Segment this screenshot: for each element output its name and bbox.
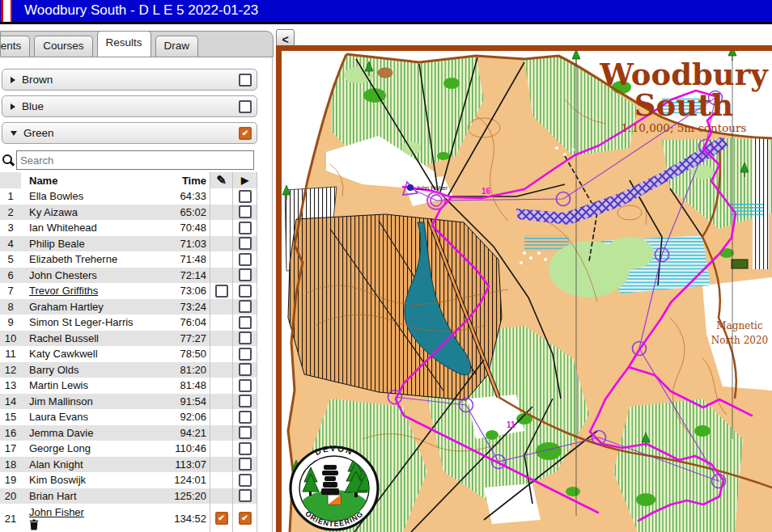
control-number-11: 11 xyxy=(507,420,515,429)
table-row: 7 Trevor Griffiths 73:06 xyxy=(0,283,257,299)
header-name: Name xyxy=(21,172,172,188)
row-replay-checkbox[interactable] xyxy=(239,474,252,487)
row-replay-checkbox[interactable] xyxy=(239,348,252,361)
tab-draw[interactable]: Draw xyxy=(155,36,199,57)
table-row: 16 Jemma Davie 94:21 xyxy=(0,425,257,441)
row-name[interactable]: John Fisher xyxy=(29,506,172,518)
tab-results[interactable]: Results xyxy=(97,31,151,57)
row-replay-checkbox[interactable] xyxy=(239,411,252,424)
row-replay-checkbox[interactable] xyxy=(239,285,252,298)
chevron-down-icon xyxy=(11,131,17,136)
row-replay-checkbox[interactable] xyxy=(239,442,252,455)
row-replay-checkbox[interactable] xyxy=(239,379,252,392)
table-row: 2 Ky Aizawa 65:02 xyxy=(0,205,257,221)
tab-courses[interactable]: Courses xyxy=(34,36,92,57)
row-edit-checkbox[interactable] xyxy=(215,285,228,298)
row-time: 110:46 xyxy=(172,442,210,454)
row-pos: 13 xyxy=(0,378,21,394)
row-name[interactable]: Trevor Griffiths xyxy=(29,285,172,297)
section-header-green[interactable]: Green xyxy=(2,122,257,144)
row-replay-checkbox[interactable] xyxy=(239,253,252,266)
map-frame-left xyxy=(276,45,282,532)
svg-text:Magnetic: Magnetic xyxy=(716,320,763,331)
results-table: Name Time ✎ ▶ 1 Ella Bowles 64:33 2 Ky A… xyxy=(0,172,257,532)
table-row: 13 Martin Lewis 81:48 xyxy=(0,378,257,394)
page-title: Woodbury South - D L E 5 2022-01-23 xyxy=(24,2,258,19)
row-time: 81:20 xyxy=(172,364,210,376)
row-pos: 15 xyxy=(0,409,21,425)
row-pos: 20 xyxy=(0,488,21,505)
row-replay-checkbox[interactable] xyxy=(239,426,252,439)
map-canvas[interactable]: 16 11 John Fisher Woodbury South 1:10,00… xyxy=(282,51,772,532)
row-name: Jim Mallinson xyxy=(29,395,172,407)
table-row: 20 Brian Hart 125:20 xyxy=(0,488,257,505)
search-input[interactable] xyxy=(16,150,254,170)
row-pos: 17 xyxy=(0,441,21,457)
search-icon xyxy=(2,154,12,164)
table-row: 5 Elizabeth Treherne 71:48 xyxy=(0,251,257,268)
row-replay-checkbox[interactable] xyxy=(239,363,252,376)
row-name: Ky Aizawa xyxy=(29,206,172,218)
row-replay-checkbox[interactable] xyxy=(239,458,252,471)
row-replay-checkbox[interactable] xyxy=(239,512,252,525)
row-time: 78:50 xyxy=(172,348,210,360)
runner-position-dot xyxy=(407,184,414,191)
row-name: Brian Hart xyxy=(29,490,172,502)
row-name: Rachel Bussell xyxy=(29,332,172,344)
row-replay-checkbox[interactable] xyxy=(239,222,252,234)
row-replay-checkbox[interactable] xyxy=(239,489,252,502)
section-checkbox[interactable] xyxy=(239,100,252,113)
section-checkbox[interactable] xyxy=(239,127,252,140)
row-time: 81:48 xyxy=(172,379,210,391)
row-replay-checkbox[interactable] xyxy=(239,268,252,281)
row-name: Ella Bowles xyxy=(29,190,172,202)
section-header-blue[interactable]: Blue xyxy=(2,95,257,117)
tab-strip: Events Courses Results Draw xyxy=(0,31,274,57)
section-checkbox[interactable] xyxy=(239,74,252,87)
row-replay-checkbox[interactable] xyxy=(239,300,252,313)
row-pos: 10 xyxy=(0,331,21,347)
svg-text:North 2020: North 2020 xyxy=(711,335,768,346)
row-pos: 16 xyxy=(0,425,21,441)
header-replay: ▶ xyxy=(232,172,257,188)
row-time: 134:52 xyxy=(172,513,210,525)
row-name: Jemma Davie xyxy=(29,427,172,439)
table-row: 10 Rachel Bussell 77:27 xyxy=(0,331,257,347)
title-bar: Woodbury South - D L E 5 2022-01-23 xyxy=(0,0,772,24)
row-pos: 9 xyxy=(0,315,21,331)
orienteering-map: 16 11 John Fisher Woodbury South 1:10,00… xyxy=(282,51,772,532)
row-replay-checkbox[interactable] xyxy=(239,316,252,329)
table-row: 11 Katy Cawkwell 78:50 xyxy=(0,346,257,362)
row-name: Philip Beale xyxy=(29,238,172,250)
row-time: 91:54 xyxy=(172,395,210,407)
earth-bank xyxy=(378,68,392,78)
section-header-brown[interactable]: Brown xyxy=(2,69,257,91)
row-replay-checkbox[interactable] xyxy=(239,395,252,407)
row-name: Graham Hartley xyxy=(29,301,172,313)
row-edit-checkbox[interactable] xyxy=(215,512,228,525)
row-replay-checkbox[interactable] xyxy=(239,331,252,344)
row-replay-checkbox[interactable] xyxy=(239,205,252,218)
row-time: 94:21 xyxy=(172,427,210,439)
row-replay-checkbox[interactable] xyxy=(239,237,252,250)
play-icon: ▶ xyxy=(241,175,248,186)
row-time: 71:48 xyxy=(172,253,210,265)
chevron-right-icon xyxy=(11,77,15,83)
table-row: 1 Ella Bowles 64:33 xyxy=(0,188,257,205)
section-label: Blue xyxy=(22,100,44,112)
trash-icon[interactable] xyxy=(29,519,39,530)
row-name: Kim Boswijk xyxy=(29,474,172,486)
row-name: Simon St Leger-Harris xyxy=(29,316,172,328)
row-name: Elizabeth Treherne xyxy=(29,253,172,265)
row-time: 77:27 xyxy=(172,332,210,344)
runner-label: John Fisher xyxy=(416,184,448,192)
row-name: John Chesters xyxy=(29,269,172,281)
map-subtitle: 1:10,000; 5m contours xyxy=(621,121,747,134)
table-row: 3 Ian Whitehead 70:48 xyxy=(0,220,257,236)
row-time: 72:14 xyxy=(172,269,210,281)
map-frame-top xyxy=(276,45,772,51)
header-pos xyxy=(0,172,21,188)
row-pos: 8 xyxy=(0,299,21,315)
tab-events[interactable]: Events xyxy=(0,36,30,57)
row-replay-checkbox[interactable] xyxy=(239,190,252,203)
